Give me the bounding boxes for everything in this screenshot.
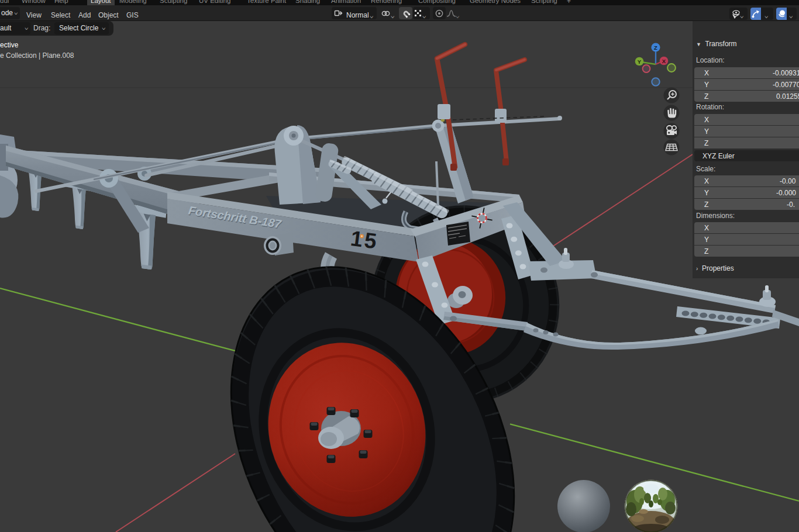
svg-text:ective: ective	[0, 41, 19, 49]
svg-text:X: X	[662, 58, 666, 64]
svg-text:Y: Y	[638, 58, 642, 65]
svg-text:e Collection | Plane.008: e Collection | Plane.008	[0, 51, 74, 60]
svg-text:Z: Z	[654, 44, 657, 51]
svg-text:15: 15	[349, 226, 380, 254]
